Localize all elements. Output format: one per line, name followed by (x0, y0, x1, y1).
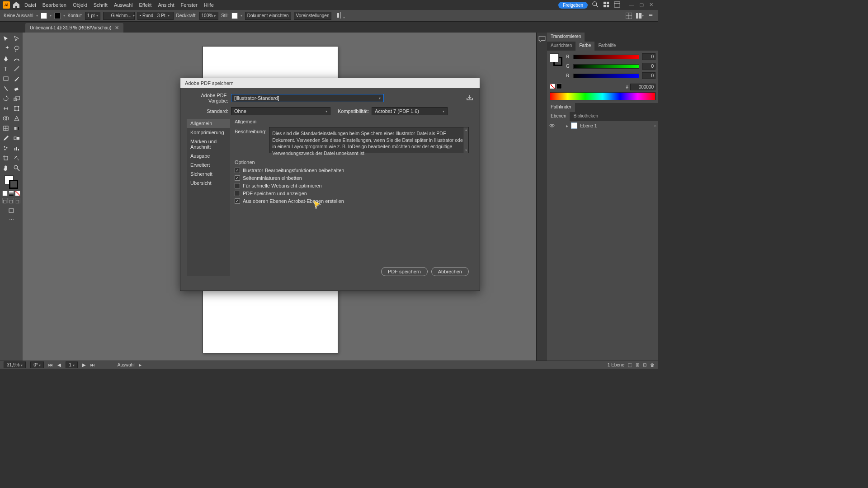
prefs-button[interactable]: Voreinstellungen (294, 12, 332, 20)
checkbox-fast-web-view[interactable] (235, 183, 240, 188)
gradient-mode-icon[interactable] (9, 191, 14, 196)
b-slider[interactable] (573, 74, 639, 78)
magic-wand-tool-icon[interactable] (1, 44, 11, 53)
column-graph-tool-icon[interactable] (12, 144, 22, 153)
preferences-icon[interactable]: ▾ (636, 12, 644, 20)
artboard-back-icon[interactable]: ◀ (57, 362, 61, 367)
artboard-last-icon[interactable]: ⏭ (90, 362, 95, 367)
fill-stroke-control[interactable] (5, 175, 18, 189)
symbol-sprayer-tool-icon[interactable] (1, 144, 11, 153)
sidebar-item-compression[interactable]: Komprimierung (187, 128, 230, 137)
checkbox-embed-thumbnails[interactable]: ✓ (235, 175, 240, 181)
align-tab[interactable]: Ausrichten (547, 42, 576, 51)
chevron-down-icon[interactable]: ▾ (50, 14, 52, 18)
line-tool-icon[interactable] (12, 64, 22, 73)
status-menu-icon[interactable]: ▸ (139, 362, 142, 367)
zoom-level[interactable]: 31,9% ▾ (4, 361, 26, 368)
draw-behind-icon[interactable]: ◻ (9, 198, 14, 203)
eraser-tool-icon[interactable] (12, 84, 22, 93)
checkbox-view-after-save[interactable] (235, 191, 240, 196)
stroke-profile-dropdown[interactable]: —Gleichm...▾ (103, 12, 135, 20)
comments-icon[interactable] (538, 35, 546, 42)
sidebar-item-general[interactable]: Allgemein (187, 119, 230, 128)
zoom-tool-icon[interactable] (12, 164, 22, 173)
save-pdf-button[interactable]: PDF speichern (381, 267, 428, 276)
type-tool-icon[interactable]: T (1, 64, 11, 73)
close-icon[interactable]: ✕ (649, 2, 656, 8)
color-tab[interactable]: Farbe (576, 42, 594, 51)
align-icon[interactable]: ▾ (336, 12, 345, 19)
shape-builder-tool-icon[interactable] (1, 114, 11, 123)
layers-tab[interactable]: Ebenen (547, 112, 570, 121)
sidebar-item-marks[interactable]: Marken und Anschnitt (187, 137, 230, 151)
menu-edit[interactable]: Bearbeiten (42, 2, 66, 8)
share-button[interactable]: Freigeben (558, 2, 588, 9)
fill-swatch[interactable] (41, 13, 47, 19)
r-value[interactable]: 0 (642, 53, 656, 60)
black-swatch[interactable] (557, 84, 562, 89)
scale-tool-icon[interactable] (12, 94, 22, 103)
sidebar-item-summary[interactable]: Übersicht (187, 178, 230, 188)
expand-icon[interactable]: ▸ (566, 123, 568, 128)
new-layer-icon[interactable]: ⊡ (643, 362, 646, 367)
artboard-fwd-icon[interactable]: ▶ (82, 362, 86, 367)
lasso-tool-icon[interactable] (12, 44, 22, 53)
doc-setup-button[interactable]: Dokument einrichten (245, 12, 291, 20)
hand-tool-icon[interactable] (1, 164, 11, 173)
save-preset-icon[interactable] (466, 94, 473, 102)
b-value[interactable]: 0 (642, 72, 656, 79)
cancel-button[interactable]: Abbrechen (431, 267, 469, 276)
rotate-view[interactable]: 0° ▾ (30, 361, 44, 368)
pen-tool-icon[interactable] (1, 54, 11, 63)
transform-tab[interactable]: Transformieren (547, 33, 585, 42)
opacity-dropdown[interactable]: 100%▸ (199, 12, 219, 20)
color-guide-tab[interactable]: Farbhilfe (594, 42, 619, 51)
none-mode-icon[interactable] (15, 191, 20, 196)
blend-tool-icon[interactable] (12, 134, 22, 143)
sidebar-item-security[interactable]: Sicherheit (187, 169, 230, 178)
arrange-icon[interactable] (603, 1, 609, 9)
slice-tool-icon[interactable] (12, 154, 22, 163)
menu-effect[interactable]: Effekt (139, 2, 151, 8)
curvature-tool-icon[interactable] (12, 54, 22, 63)
checkbox-acrobat-layers[interactable]: ✓ (235, 198, 240, 204)
artboard-prev-icon[interactable]: ⏮ (48, 362, 53, 367)
free-transform-tool-icon[interactable] (12, 104, 22, 113)
draw-normal-icon[interactable]: ◻ (2, 198, 8, 203)
rectangle-tool-icon[interactable] (1, 74, 11, 83)
scrollbar[interactable]: ▴ ▾ (463, 127, 468, 153)
style-swatch[interactable] (231, 13, 238, 19)
visibility-icon[interactable] (549, 122, 555, 129)
menu-file[interactable]: Datei (24, 2, 36, 8)
sidebar-item-advanced[interactable]: Erweitert (187, 160, 230, 169)
screen-mode-icon[interactable] (6, 206, 16, 215)
color-spectrum[interactable] (550, 92, 656, 100)
shaper-tool-icon[interactable] (1, 84, 11, 93)
direct-selection-tool-icon[interactable] (12, 34, 22, 43)
workspace-icon[interactable] (614, 1, 620, 9)
menu-window[interactable]: Fenster (180, 2, 197, 8)
new-sublayer-icon[interactable]: ⊞ (636, 362, 639, 367)
grid-icon[interactable] (625, 12, 633, 20)
compat-dropdown[interactable]: Acrobat 7 (PDF 1.6)▾ (372, 107, 448, 115)
menu-view[interactable]: Ansicht (158, 2, 174, 8)
draw-inside-icon[interactable]: ◻ (15, 198, 20, 203)
standard-dropdown[interactable]: Ohne▾ (231, 107, 330, 115)
paintbrush-tool-icon[interactable] (12, 74, 22, 83)
home-icon[interactable] (13, 1, 20, 9)
fill-stroke-mini[interactable] (550, 53, 562, 66)
document-tab[interactable]: Unbenannt-1 @ 31,9 % (RGB/Vorschau) ✕ (25, 23, 123, 33)
hex-value[interactable]: 000000 (630, 84, 656, 90)
menu-select[interactable]: Auswahl (114, 2, 133, 8)
g-slider[interactable] (573, 64, 639, 69)
selection-tool-icon[interactable] (1, 34, 11, 43)
none-swatch-icon[interactable] (550, 84, 555, 89)
eyedropper-tool-icon[interactable] (1, 134, 11, 143)
libraries-tab[interactable]: Bibliotheken (570, 112, 601, 121)
panel-menu-icon[interactable]: ☰ (646, 12, 655, 20)
menu-help[interactable]: Hilfe (204, 2, 214, 8)
layer-name[interactable]: Ebene 1 (580, 123, 597, 128)
preset-dropdown[interactable]: [Illustrator-Standard]▾ (231, 94, 384, 102)
g-value[interactable]: 0 (642, 63, 656, 70)
brush-dropdown[interactable]: •Rund - 3 Pt.▾ (137, 12, 174, 20)
